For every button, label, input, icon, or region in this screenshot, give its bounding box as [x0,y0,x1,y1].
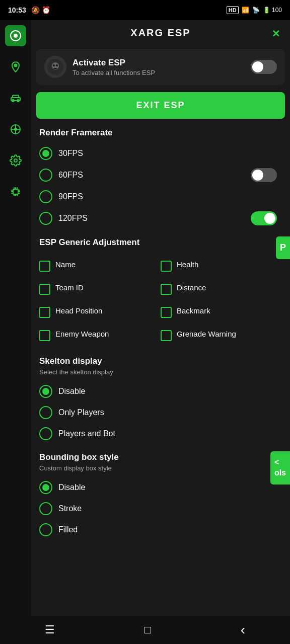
skelton-players-and-bot[interactable]: Players and Bot [39,423,282,444]
close-button[interactable]: × [272,25,280,41]
activate-esp-card: Activate ESP To activate all functions E… [36,49,285,85]
radio-bbox-stroke [39,502,52,515]
sidebar-item-car[interactable] [5,88,26,109]
signal-icon: 📶 [242,7,249,14]
checkbox-headposition[interactable]: Head Position [39,301,161,323]
skelton-only-players[interactable]: Only Players [39,402,282,423]
svg-point-2 [15,64,17,67]
status-time: 10:53 🔕 ⏰ [8,6,50,14]
activate-esp-text: Activate ESP To activate all functions E… [72,58,245,76]
fps-label-60: 60FPS [58,171,83,180]
svg-rect-28 [54,68,57,69]
bbox-stroke-label: Stroke [58,504,82,513]
checkbox-name-label: Name [55,260,76,270]
checkbox-teamid-box [39,284,50,295]
fps-option-120[interactable]: 120FPS [39,207,282,229]
checkbox-teamid-label: Team ID [55,283,84,293]
sidebar [0,20,31,644]
fps-option-60[interactable]: 60FPS [39,164,282,186]
fps-120-toggle[interactable] [251,211,277,225]
checkbox-name[interactable]: Name [39,255,161,277]
svg-point-26 [53,64,55,66]
checkbox-enemyweapon-box [39,330,50,341]
radio-skelton-disable [39,385,52,398]
checkbox-backmark-label: Backmark [177,306,210,316]
esp-generic-title: ESP Generic Adjustment [39,237,282,248]
radio-skelton-only-players [39,406,52,419]
radio-bbox-disable [39,481,52,494]
checkbox-health-label: Health [177,260,198,270]
nav-menu-button[interactable]: ☰ [45,623,55,636]
wifi-icon: 📡 [252,7,260,14]
float-btn-tools[interactable]: <ols [270,451,290,485]
bounding-box-subtitle: Custom display box style [39,464,282,472]
checkbox-backmark[interactable]: Backmark [161,301,282,323]
fps-label-30: 30FPS [58,149,83,158]
float-btn-p[interactable]: P [276,236,290,259]
skelton-display-subtitle: Select the skelton display [39,368,282,376]
sidebar-item-settings[interactable] [5,150,26,171]
sidebar-item-chip[interactable] [5,181,26,202]
status-bar: 10:53 🔕 ⏰ HD 📶 📡 🔋 100 [0,0,290,20]
checkbox-teamid[interactable]: Team ID [39,278,161,300]
radio-skelton-players-and-bot [39,427,52,440]
checkbox-grenadewarning-label: Grenade Warning [177,329,236,339]
checkbox-grenadewarning[interactable]: Grenade Warning [161,324,282,346]
checkbox-grid: Name Health Team ID Distance [39,253,282,348]
sidebar-item-location[interactable] [5,56,26,77]
bbox-filled[interactable]: Filled [39,519,282,540]
radio-30fps [39,147,52,160]
checkbox-headposition-label: Head Position [55,306,102,316]
exit-esp-button[interactable]: EXIT ESP [36,92,285,119]
checkbox-distance-box [161,284,172,295]
svg-rect-11 [13,189,18,194]
checkbox-health[interactable]: Health [161,255,282,277]
status-icons: HD 📶 📡 🔋 100 [227,6,282,14]
fps-label-90: 90FPS [58,192,83,201]
radio-90fps [39,190,52,203]
bottom-navigation: ☰ □ ‹ [0,616,290,644]
radio-60fps [39,169,52,182]
activate-esp-icon [44,56,66,78]
checkbox-enemyweapon[interactable]: Enemy Weapon [39,324,161,346]
skelton-display-title: Skelton display [39,356,282,366]
checkbox-headposition-box [39,307,50,318]
svg-point-27 [56,64,58,66]
fps-60-toggle[interactable] [251,168,277,182]
activate-esp-toggle[interactable] [251,60,277,74]
radio-bbox-filled [39,523,52,536]
render-framerate-section: Render Framerate 30FPS 60FPS 90FPS [31,123,290,232]
checkbox-name-box [39,261,50,272]
fps-option-90[interactable]: 90FPS [39,186,282,207]
sidebar-item-eye[interactable] [5,25,26,46]
bbox-filled-label: Filled [58,525,78,534]
bounding-box-title: Bounding box style [39,452,282,462]
activate-esp-title: Activate ESP [72,58,245,68]
skelton-players-bot-label: Players and Bot [58,429,115,438]
checkbox-enemyweapon-label: Enemy Weapon [55,329,109,339]
hd-badge: HD [227,6,239,14]
bbox-disable[interactable]: Disable [39,477,282,498]
sidebar-item-scope[interactable] [5,119,26,140]
nav-home-button[interactable]: □ [144,623,151,636]
checkbox-health-box [161,261,172,272]
fps-option-30[interactable]: 30FPS [39,143,282,164]
activate-esp-subtitle: To activate all functions ESP [72,69,245,76]
checkbox-backmark-box [161,307,172,318]
skelton-only-players-label: Only Players [58,408,104,417]
toggle-thumb [252,61,263,72]
header: XARG ESP × [31,20,290,46]
svg-point-10 [14,159,17,162]
nav-back-button[interactable]: ‹ [241,622,245,638]
render-framerate-title: Render Framerate [39,128,282,138]
checkbox-distance[interactable]: Distance [161,278,282,300]
skelton-disable[interactable]: Disable [39,381,282,402]
skelton-display-section: Skelton display Select the skelton displ… [31,351,290,447]
esp-generic-section: ESP Generic Adjustment P Name Health Tea… [31,232,290,351]
main-content: XARG ESP × Activate ESP To activate all … [31,20,290,644]
checkbox-distance-label: Distance [177,283,206,293]
checkbox-grenadewarning-box [161,330,172,341]
battery-icon: 🔋 100 [263,7,282,14]
skelton-disable-label: Disable [58,387,85,396]
bbox-stroke[interactable]: Stroke [39,498,282,519]
